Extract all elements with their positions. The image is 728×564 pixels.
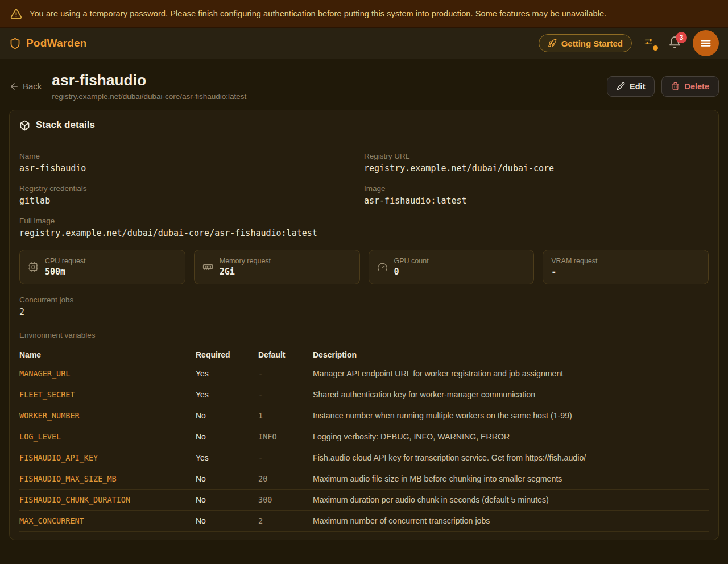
app-header: PodWarden Getting Started 3 <box>0 28 728 59</box>
memory-request-card: Memory request 2Gi <box>194 250 360 284</box>
env-var-name: WORKER_NUMBER <box>19 411 196 420</box>
settings-notification-dot <box>653 45 658 51</box>
user-menu-button[interactable] <box>693 30 719 56</box>
env-var-name: FLEET_SECRET <box>19 390 196 399</box>
page-title: asr-fishaudio <box>52 72 246 89</box>
notifications-bell[interactable]: 3 <box>668 36 681 51</box>
env-var-default: - <box>258 369 313 378</box>
column-header-name: Name <box>19 350 196 359</box>
brand[interactable]: PodWarden <box>9 37 87 49</box>
field-concurrent-jobs: Concurrent jobs 2 <box>19 296 709 317</box>
trash-icon <box>671 82 680 90</box>
delete-button[interactable]: Delete <box>661 76 719 97</box>
resource-label: CPU request <box>45 257 86 265</box>
rocket-icon <box>548 39 557 48</box>
banner-text: You are using a temporary password. Plea… <box>30 9 606 18</box>
getting-started-label: Getting Started <box>561 39 623 48</box>
env-var-required: Yes <box>196 369 258 378</box>
shield-icon <box>9 38 21 49</box>
env-var-default: - <box>258 390 313 399</box>
cpu-request-card: CPU request 500m <box>19 250 185 284</box>
column-header-default: Default <box>258 350 313 359</box>
column-header-description: Description <box>313 350 709 359</box>
stack-fields: Name asr-fishaudio Registry URL registry… <box>19 152 709 238</box>
env-var-required: No <box>196 495 258 504</box>
brand-name: PodWarden <box>26 37 87 49</box>
resource-label: GPU count <box>394 257 429 265</box>
env-var-description: Logging verbosity: DEBUG, INFO, WARNING,… <box>313 432 709 441</box>
env-var-name: MAX_CONCURRENT <box>19 516 196 525</box>
column-header-required: Required <box>196 350 258 359</box>
field-label: Full image <box>19 217 709 225</box>
env-var-required: No <box>196 432 258 441</box>
field-name: Name asr-fishaudio <box>19 152 364 173</box>
env-var-default: - <box>258 453 313 462</box>
env-var-description: Instance number when running multiple wo… <box>313 411 709 420</box>
back-label: Back <box>23 81 42 91</box>
notification-badge: 3 <box>676 32 687 43</box>
env-var-required: No <box>196 411 258 420</box>
env-var-required: No <box>196 516 258 525</box>
table-row: MANAGER_URL Yes - Manager API endpoint U… <box>19 363 709 384</box>
table-row: FISHAUDIO_MAX_SIZE_MB No 20 Maximum audi… <box>19 468 709 490</box>
header-actions: Getting Started 3 <box>539 30 719 56</box>
temporary-password-banner: You are using a temporary password. Plea… <box>0 0 728 28</box>
edit-button[interactable]: Edit <box>607 76 655 97</box>
field-registry-url: Registry URL registry.example.net/dubai/… <box>364 152 709 173</box>
gpu-count-card: GPU count 0 <box>369 250 535 284</box>
env-var-description: Fish.audio cloud API key for transcripti… <box>313 453 709 462</box>
pencil-icon <box>617 82 625 90</box>
env-var-name: FISHAUDIO_MAX_SIZE_MB <box>19 474 196 483</box>
env-var-name: FISHAUDIO_CHUNK_DURATION <box>19 495 196 504</box>
field-value: registry.example.net/dubai/dubai-core/as… <box>19 228 709 238</box>
field-label: Registry URL <box>364 152 709 160</box>
env-var-default: 20 <box>258 474 313 483</box>
resource-value: 2Gi <box>220 267 271 277</box>
env-var-name: LOG_LEVEL <box>19 432 196 441</box>
back-link[interactable]: Back <box>9 81 42 92</box>
env-var-description: Manager API endpoint URL for worker regi… <box>313 369 709 378</box>
field-value: gitlab <box>19 196 364 206</box>
table-row: MAX_CONCURRENT No 2 Maximum number of co… <box>19 511 709 532</box>
memory-icon <box>202 262 213 272</box>
env-var-required: Yes <box>196 453 258 462</box>
resource-value: - <box>551 267 597 277</box>
cube-icon <box>19 120 30 131</box>
vram-request-card: VRAM request - <box>543 250 709 284</box>
env-var-name: MANAGER_URL <box>19 369 196 378</box>
resource-label: VRAM request <box>551 257 597 265</box>
page-subtitle: registry.example.net/dubai/dubai-core/as… <box>52 92 246 101</box>
env-var-name: FISHAUDIO_API_KEY <box>19 453 196 462</box>
field-value: registry.example.net/dubai/dubai-core <box>364 163 709 173</box>
field-label: Image <box>364 184 709 193</box>
env-variables-table: Name Required Default Description MANAGE… <box>19 346 709 532</box>
field-value: asr-fishaudio <box>19 163 364 173</box>
field-value: asr-fishaudio:latest <box>364 196 709 206</box>
edit-label: Edit <box>630 82 645 91</box>
table-row: FISHAUDIO_API_KEY Yes - Fish.audio cloud… <box>19 447 709 468</box>
table-row: FISHAUDIO_CHUNK_DURATION No 300 Maximum … <box>19 490 709 511</box>
arrow-left-icon <box>9 81 19 92</box>
env-var-required: Yes <box>196 390 258 399</box>
env-var-default: 1 <box>258 411 313 420</box>
stack-details-card: Stack details Name asr-fishaudio Registr… <box>9 110 719 540</box>
resource-label: Memory request <box>220 257 271 265</box>
env-var-default: INFO <box>258 432 313 441</box>
env-variables-label: Environment variables <box>19 331 709 339</box>
table-row: LOG_LEVEL No INFO Logging verbosity: DEB… <box>19 426 709 447</box>
field-registry-credentials: Registry credentials gitlab <box>19 184 364 206</box>
field-label: Registry credentials <box>19 184 364 193</box>
field-full-image: Full image registry.example.net/dubai/du… <box>19 217 709 238</box>
env-var-default: 300 <box>258 495 313 504</box>
resource-value: 0 <box>394 267 429 277</box>
gauge-icon <box>377 262 388 272</box>
getting-started-button[interactable]: Getting Started <box>539 34 632 52</box>
delete-label: Delete <box>684 82 709 91</box>
section-title: Stack details <box>36 119 95 131</box>
field-label: Concurrent jobs <box>19 296 709 304</box>
env-var-description: Maximum audio file size in MB before chu… <box>313 474 709 483</box>
page-title-row: Back asr-fishaudio registry.example.net/… <box>0 59 728 101</box>
env-var-description: Maximum number of concurrent transcripti… <box>313 516 709 525</box>
field-label: Name <box>19 152 364 160</box>
sliders-settings-icon[interactable] <box>643 36 657 50</box>
